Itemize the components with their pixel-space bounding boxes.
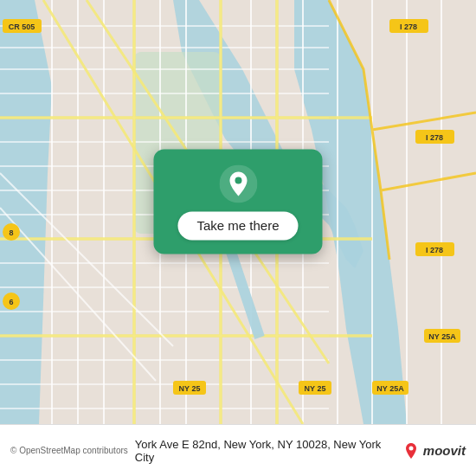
moovit-pin-icon bbox=[402, 442, 420, 460]
map-container: I 278 I 278 I 278 CR 505 NY 25 NY 25 NY … bbox=[0, 0, 476, 424]
svg-text:I 278: I 278 bbox=[400, 23, 417, 31]
take-me-there-button[interactable]: Take me there bbox=[177, 211, 298, 240]
moovit-logo: moovit bbox=[402, 442, 466, 460]
svg-text:NY 25A: NY 25A bbox=[428, 332, 456, 341]
svg-text:NY 25: NY 25 bbox=[179, 384, 201, 393]
svg-text:NY 25A: NY 25A bbox=[376, 384, 404, 393]
copyright-text: © OpenStreetMap contributors bbox=[10, 446, 128, 455]
svg-text:6: 6 bbox=[9, 298, 13, 306]
svg-text:I 278: I 278 bbox=[426, 246, 443, 254]
svg-point-64 bbox=[235, 177, 241, 183]
address-text: York Ave E 82nd, New York, NY 10028, New… bbox=[135, 438, 396, 464]
svg-text:NY 25: NY 25 bbox=[305, 384, 326, 393]
moovit-brand-label: moovit bbox=[423, 443, 466, 458]
location-pin-icon bbox=[219, 164, 257, 203]
svg-text:8: 8 bbox=[9, 228, 13, 237]
svg-text:I 278: I 278 bbox=[426, 133, 443, 142]
navigation-card: Take me there bbox=[153, 149, 322, 254]
svg-text:CR 505: CR 505 bbox=[9, 23, 35, 31]
svg-point-65 bbox=[408, 446, 413, 450]
bottom-bar: © OpenStreetMap contributors York Ave E … bbox=[0, 424, 476, 476]
